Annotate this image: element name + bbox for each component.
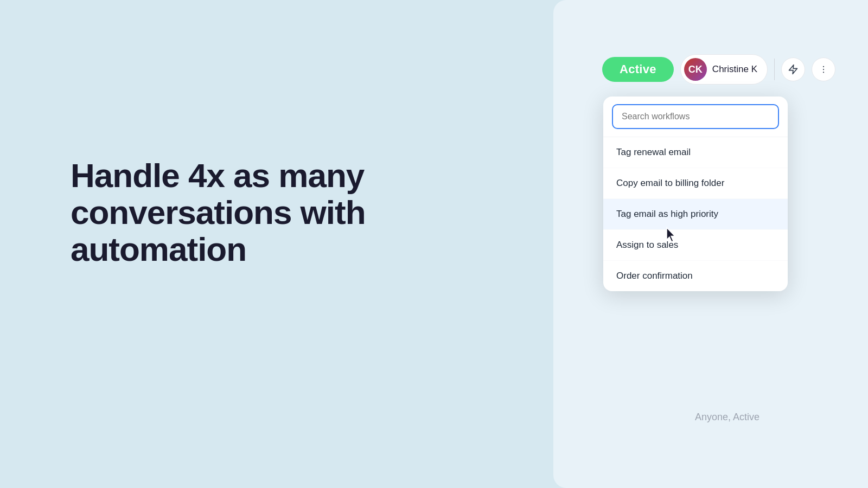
svg-point-3 (823, 72, 824, 73)
workflow-item-copy-billing[interactable]: Copy email to billing folder (603, 168, 788, 199)
avatar: CK (684, 58, 707, 81)
search-input[interactable] (612, 104, 779, 129)
workflow-dropdown: Tag renewal email Copy email to billing … (603, 97, 788, 291)
more-options-button[interactable] (812, 57, 835, 81)
workflow-item-tag-renewal[interactable]: Tag renewal email (603, 137, 788, 168)
user-chip[interactable]: CK Christine K (680, 54, 768, 85)
hero-section: Handle 4x as many conversations with aut… (71, 157, 366, 268)
workflow-item-assign-sales[interactable]: Assign to sales (603, 230, 788, 261)
hero-title: Handle 4x as many conversations with aut… (71, 157, 366, 268)
workflow-item-tag-high-priority[interactable]: Tag email as high priority (603, 199, 788, 230)
svg-point-1 (823, 66, 824, 67)
bottom-status-text: Anyone, Active (695, 412, 760, 423)
user-name: Christine K (712, 64, 757, 75)
top-bar: Active CK Christine K (602, 54, 835, 85)
active-badge[interactable]: Active (602, 57, 674, 82)
svg-point-2 (823, 69, 824, 70)
search-box (603, 97, 788, 137)
workflow-item-order-confirmation[interactable]: Order confirmation (603, 261, 788, 291)
lightning-button[interactable] (781, 57, 805, 81)
svg-marker-0 (789, 65, 797, 74)
vertical-divider (774, 59, 775, 80)
